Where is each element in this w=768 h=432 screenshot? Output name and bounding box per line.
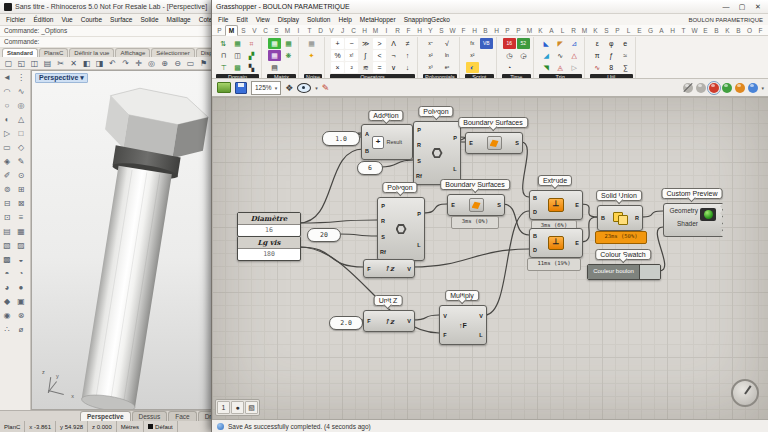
tool-icon-29[interactable]: ◔ — [14, 267, 28, 281]
zoom-level-select[interactable]: 125% ▾ — [251, 81, 281, 95]
tool-icon-23[interactable]: ▦ — [14, 225, 28, 239]
operators-icon-6[interactable]: ≫ — [359, 38, 372, 49]
tool-icon-32[interactable]: ◆ — [0, 295, 14, 309]
domain-icon-6[interactable]: ⌗ — [245, 38, 258, 49]
operators-icon-12[interactable]: Λ — [387, 38, 400, 49]
category-tab-32[interactable]: R — [568, 26, 579, 35]
polynomials-icon-5[interactable]: eˣ — [440, 62, 453, 73]
domain-icon-5[interactable]: ▩ — [231, 62, 244, 73]
menu-item-file[interactable]: File — [218, 16, 228, 23]
tool-icon-35[interactable]: ⊗ — [14, 309, 28, 323]
medium-quality-sphere[interactable] — [735, 83, 745, 93]
tool-icon-36[interactable]: ∴ — [0, 323, 14, 337]
new-file-icon[interactable]: ▢ — [3, 58, 14, 69]
toolbar-tab-plansc[interactable]: PlansC — [39, 48, 68, 57]
undo-icon[interactable]: ↶ — [107, 58, 118, 69]
util-icon-6[interactable]: e — [619, 38, 632, 49]
shaded-preview-sphere[interactable] — [709, 83, 719, 93]
status-planc[interactable]: PlanC — [0, 421, 25, 432]
script-icon-1[interactable]: x² — [466, 50, 479, 61]
operators-icon-7[interactable]: ∫ — [359, 50, 372, 61]
viewport-tab-face[interactable]: Face — [168, 411, 196, 421]
low-quality-sphere[interactable] — [722, 83, 732, 93]
status-d-faut[interactable]: Défaut — [144, 421, 178, 432]
lg-vis-panel[interactable]: Lg vis180 — [237, 236, 301, 261]
zoom-window-icon[interactable]: ▭ — [185, 58, 196, 69]
operators-icon-1[interactable]: % — [331, 50, 344, 61]
category-tab-35[interactable]: S — [601, 26, 612, 35]
category-tab-34[interactable]: K — [590, 26, 601, 35]
high-quality-sphere[interactable] — [748, 83, 758, 93]
matrix-icon-4[interactable]: ❋ — [282, 50, 295, 61]
menu-item-maillage[interactable]: Maillage — [167, 16, 191, 23]
trig-icon-8[interactable]: ▷ — [568, 62, 581, 73]
operators-icon-11[interactable]: = — [373, 62, 386, 73]
util-icon-4[interactable]: ƒ — [605, 50, 618, 61]
category-tab-17[interactable]: F — [403, 26, 414, 35]
tool-icon-1[interactable]: ⋮ — [14, 71, 28, 85]
tool-icon-3[interactable]: ∿ — [14, 85, 28, 99]
tool-icon-8[interactable]: ▷ — [0, 127, 14, 141]
component-extrude[interactable]: BD⊥E — [529, 228, 583, 258]
menu-item-fichier[interactable]: Fichier — [6, 16, 26, 23]
swatch-color[interactable] — [639, 265, 660, 279]
matrix-icon-2[interactable]: ▤ — [268, 62, 281, 73]
category-tab-19[interactable]: Y — [425, 26, 436, 35]
category-tab-46[interactable]: K — [722, 26, 733, 35]
grid-widget[interactable]: ▧ — [245, 401, 258, 414]
operators-icon-0[interactable]: + — [331, 38, 344, 49]
gh-canvas[interactable]: 1●▧ 1.0AB+Result6PRSRfPLESDiamètre16Lg v… — [212, 97, 768, 419]
custom-preview[interactable]: GeometryShader — [663, 203, 723, 237]
tool-icon-2[interactable]: ◠ — [0, 85, 14, 99]
open-file-icon[interactable]: ◱ — [16, 58, 27, 69]
operators-icon-8[interactable]: ≋ — [359, 62, 372, 73]
tool-icon-27[interactable]: ◒ — [14, 253, 28, 267]
tool-icon-21[interactable]: ≡ — [14, 211, 28, 225]
util-icon-1[interactable]: π — [591, 50, 604, 61]
category-tab-27[interactable]: P — [513, 26, 524, 35]
diametre-panel[interactable]: Diamètre16 — [237, 212, 301, 237]
category-tab-47[interactable]: B — [733, 26, 744, 35]
number-capsule[interactable]: 6 — [357, 161, 383, 175]
number-capsule[interactable]: 20 — [307, 228, 341, 242]
trig-icon-5[interactable]: ◬ — [554, 62, 567, 73]
tool-icon-6[interactable]: ◐ — [0, 113, 14, 127]
polynomials-icon-2[interactable]: x³ — [424, 62, 437, 73]
util-icon-7[interactable]: ≈ — [619, 50, 632, 61]
category-tab-18[interactable]: H — [414, 26, 425, 35]
viewport-tab-dessus[interactable]: Dessus — [132, 411, 168, 421]
category-tab-39[interactable]: G — [645, 26, 656, 35]
operators-icon-10[interactable]: < — [373, 50, 386, 61]
print-icon[interactable]: ▤ — [42, 58, 53, 69]
tool-icon-33[interactable]: ▣ — [14, 295, 28, 309]
category-tab-25[interactable]: H — [491, 26, 502, 35]
compass-widget[interactable] — [731, 379, 759, 407]
tool-icon-25[interactable]: ▨ — [14, 239, 28, 253]
toolbar-tab-s-lectionner[interactable]: Sélectionner — [151, 48, 194, 57]
trig-icon-7[interactable]: △ — [568, 50, 581, 61]
category-tab-14[interactable]: M — [370, 26, 381, 35]
category-tab-26[interactable]: P — [502, 26, 513, 35]
tool-icon-7[interactable]: △ — [14, 113, 28, 127]
zoom-out-icon[interactable]: ⊖ — [172, 58, 183, 69]
tool-icon-26[interactable]: ▩ — [0, 253, 14, 267]
category-tab-45[interactable]: B — [711, 26, 722, 35]
category-tab-7[interactable]: I — [293, 26, 304, 35]
category-tab-12[interactable]: C — [348, 26, 359, 35]
category-tab-44[interactable]: E — [700, 26, 711, 35]
domain-icon-7[interactable]: ▞ — [245, 50, 258, 61]
menu-item-dition[interactable]: Édition — [34, 16, 54, 23]
menu-item-solide[interactable]: Solide — [140, 16, 158, 23]
category-tab-5[interactable]: S — [271, 26, 282, 35]
category-tab-6[interactable]: M — [282, 26, 293, 35]
operators-icon-16[interactable]: ↑ — [401, 50, 414, 61]
tool-icon-15[interactable]: ⊙ — [14, 169, 28, 183]
category-tab-8[interactable]: T — [304, 26, 315, 35]
grasshopper-title-bar[interactable]: Grasshopper - BOULON PARAMETRIQUE — ▢ ✕ — [212, 0, 768, 14]
component-multiply[interactable]: VF↑FVL — [439, 305, 487, 345]
category-tab-43[interactable]: W — [689, 26, 700, 35]
tool-icon-20[interactable]: ⊡ — [0, 211, 14, 225]
category-tab-37[interactable]: L — [623, 26, 634, 35]
component-boundary-surfaces[interactable]: ES — [447, 194, 505, 216]
operators-icon-14[interactable]: ∨ — [387, 62, 400, 73]
